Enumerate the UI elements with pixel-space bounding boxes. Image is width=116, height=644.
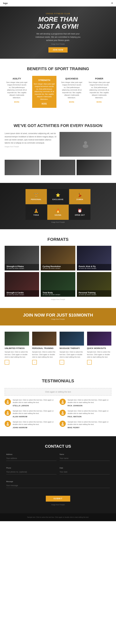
service-massage-therapy-text: Sample text. Click to select the text bo… — [60, 351, 84, 358]
format-total-body[interactable]: Total Body 18 enim ad minim veniam — [41, 272, 75, 297]
svg-point-2 — [7, 400, 9, 402]
address-input[interactable] — [6, 456, 56, 461]
testimonial-stella-name: STELLA LARSON — [13, 405, 56, 406]
benefits-title: Benefits of sport training — [5, 66, 111, 71]
testimonial-paul-avatar — [60, 410, 66, 416]
service-quick-workouts-title: Quick Workouts — [87, 347, 111, 350]
testimonial-paul: Sample text. Click to select the text bo… — [60, 410, 111, 418]
testimonial-john-text: Sample text. Click to select the text bo… — [13, 421, 56, 426]
service-personal-training-title: Personal Training — [32, 347, 57, 350]
svg-point-4 — [62, 400, 63, 402]
address-label: Address — [6, 454, 56, 455]
format-personal-training[interactable]: Personal Training 18 enim ad minim venia… — [77, 272, 111, 297]
testimonial-alan: Sample text. Click to select the text bo… — [5, 410, 56, 418]
service-personal-training-arrow[interactable]: → — [32, 360, 37, 364]
format-strength-cardio[interactable]: Strength & Cardio 18 enim ad minim venia… — [5, 272, 39, 297]
testimonial-stella: Sample text. Click to select the text bo… — [5, 399, 56, 406]
message-field: Message — [6, 480, 110, 488]
service-quick-workouts: Quick Workouts Sample text. Click to sel… — [87, 332, 111, 364]
testimonial-stella-avatar — [5, 399, 11, 405]
class-open247-label: OPEN 24/7 — [71, 214, 88, 216]
contact-submit-area: SUBMIT — [6, 496, 110, 502]
name-input[interactable] — [60, 456, 110, 461]
benefit-power-more[interactable]: MORE — [96, 101, 102, 103]
format-strength-pilates-overlay: Strength & Pilates 18 enim ad minim veni… — [5, 264, 39, 270]
name-field: Name — [60, 454, 110, 461]
format-cycling[interactable]: Cycling Revolution 18 enim ad minim veni… — [41, 246, 75, 270]
hero-content: CROSS FITNESS CLUB More Than Just A Gym!… — [30, 6, 86, 59]
testimonial-stella-content: Sample text. Click to select the text bo… — [13, 399, 56, 406]
service-unlimited-fitness-title: Unlimited Fitness — [5, 347, 29, 350]
testimonial-john-name: JOHN HARROW — [13, 427, 56, 428]
service-quick-workouts-image — [87, 332, 111, 346]
contact-submit-button[interactable]: SUBMIT — [46, 496, 70, 502]
format-strength-pilates[interactable]: Strength & Pilates 18 enim ad minim veni… — [5, 246, 39, 270]
phone-input[interactable] — [6, 470, 56, 474]
svg-point-13 — [61, 424, 64, 426]
benefit-quickness-more[interactable]: MORE — [69, 101, 74, 103]
testimonial-mike: Sample text. Click to select the text bo… — [60, 421, 111, 428]
message-label: Message — [6, 480, 110, 482]
format-personal-training-meta: 18 enim ad minim veniam — [79, 294, 109, 296]
benefit-strength: Strength Sem integer vitae justo eget ma… — [32, 76, 57, 108]
classes-section: 🏋 PERSONAL ⭐ EXCLUSIVE 💃 ZUMBA 🧘 YOGA 🔥 … — [0, 183, 116, 229]
activities-thumbnails — [5, 160, 111, 175]
service-personal-training-image — [32, 332, 57, 346]
benefit-quickness-text: Sem integer vitae justo eget magna ferme… — [61, 81, 82, 99]
benefit-agility: Agility Sem integer vitae justo eget mag… — [5, 76, 29, 108]
class-personal[interactable]: 🏋 PERSONAL — [26, 189, 47, 204]
activity-thumb-1 — [5, 160, 39, 175]
services-grid: Unlimited Fitness Sample text. Click to … — [5, 332, 111, 364]
hero-subtitle: CROSS FITNESS CLUB — [33, 13, 83, 14]
service-unlimited-fitness: Unlimited Fitness Sample text. Click to … — [5, 332, 29, 364]
formats-title: Formats — [5, 237, 111, 242]
class-sauna[interactable]: 🔥 SAUNA — [47, 205, 69, 220]
format-total-body-name: Total Body — [43, 292, 73, 294]
benefit-agility-more[interactable]: MORE — [14, 101, 20, 103]
date-input[interactable] — [60, 470, 110, 474]
format-total-body-meta: 18 enim ad minim veniam — [43, 294, 73, 296]
svg-point-10 — [7, 422, 9, 424]
class-yoga-label: YOGA — [28, 214, 45, 216]
class-sauna-label: SAUNA — [50, 214, 66, 216]
join-credit: Image from Freepik — [5, 318, 111, 320]
class-open247[interactable]: ⏰ OPEN 24/7 — [69, 205, 90, 220]
format-cycling-meta: 18 enim ad minim veniam — [43, 268, 73, 269]
contact-credit: Image from Freepik — [6, 504, 110, 506]
service-unlimited-fitness-arrow[interactable]: → — [5, 360, 9, 364]
hero-title: More Than Just A Gym! — [33, 16, 83, 30]
format-strength-cardio-meta: 18 enim ad minim veniam — [7, 294, 37, 296]
benefit-strength-title: Strength — [34, 79, 55, 82]
message-input[interactable] — [6, 483, 110, 488]
classes-credit: Image from Freepik — [0, 221, 116, 223]
join-now-button[interactable]: JOIN NOW — [48, 47, 68, 52]
testimonial-stella-text: Sample text. Click to select the text bo… — [13, 399, 56, 404]
class-exclusive[interactable]: ⭐ EXCLUSIVE — [47, 189, 69, 204]
avatar-icon — [61, 411, 64, 414]
avatar-icon — [61, 400, 64, 404]
benefits-section: Benefits of sport training Agility Sem i… — [0, 59, 116, 116]
benefit-agility-title: Agility — [6, 78, 28, 80]
formats-grid: Strength & Pilates 18 enim ad minim veni… — [5, 246, 111, 297]
format-punch-name: Punch, Kick & Fly — [79, 265, 109, 268]
benefit-power-title: Power — [89, 78, 110, 80]
benefit-quickness: Quickness Sem integer vitae justo eget m… — [60, 76, 84, 108]
service-quick-workouts-arrow[interactable]: → — [87, 360, 92, 364]
class-zumba[interactable]: 💃 ZUMBA — [69, 189, 90, 204]
class-personal-icon: 🏋 — [28, 193, 45, 197]
svg-point-6 — [7, 411, 9, 413]
benefit-strength-more[interactable]: MORE — [42, 103, 47, 104]
click-again-text-placeholder[interactable]: Click again or editing the text — [5, 388, 111, 396]
service-massage-therapy-arrow[interactable]: → — [60, 360, 64, 364]
activities-title: We've got activities for every passion — [5, 123, 111, 128]
contact-section: Contact Us Address Name Phone Date Messa… — [0, 436, 116, 513]
activities-credit: Images from Freepik — [5, 146, 56, 148]
class-yoga[interactable]: 🧘 YOGA — [26, 205, 47, 220]
hero-description: We will develop a programme that will me… — [33, 32, 83, 42]
testimonial-john-content: Sample text. Click to select the text bo… — [13, 421, 56, 428]
svg-point-9 — [61, 413, 64, 414]
hamburger-menu-icon[interactable]: ≡ — [111, 2, 113, 5]
service-massage-therapy-title: Massage Therapy — [60, 347, 84, 350]
format-punch[interactable]: Punch, Kick & Fly 18 enim ad minim venia… — [77, 246, 111, 270]
activities-image-placeholder-icon — [81, 140, 90, 149]
